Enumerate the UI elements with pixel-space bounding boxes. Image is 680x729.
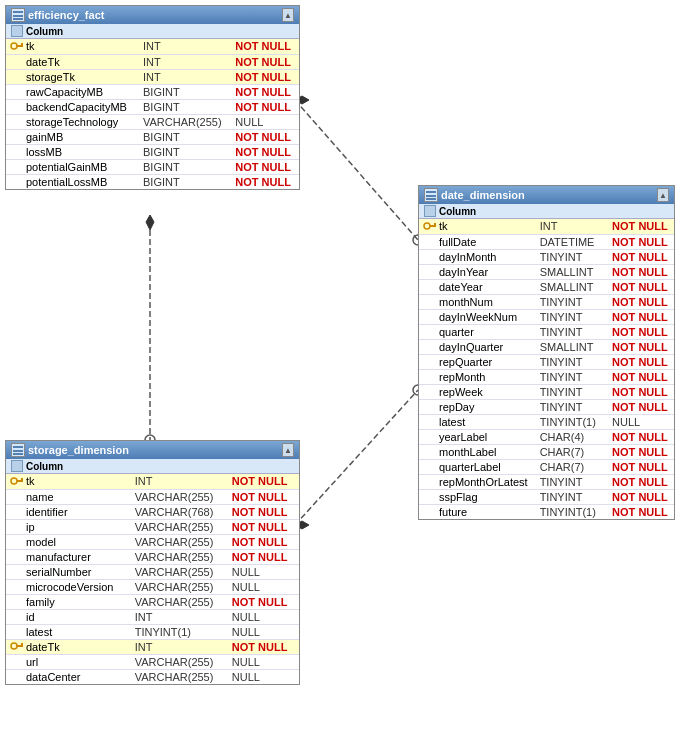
col-name-cell: gainMB <box>6 129 139 144</box>
col-null-cell: NOT NULL <box>231 69 299 84</box>
table-row: repWeekTINYINTNOT NULL <box>419 384 674 399</box>
col-type-cell: INT <box>139 54 231 69</box>
col-name-cell: storageTk <box>6 69 139 84</box>
col-null-cell: NOT NULL <box>608 444 674 459</box>
col-null-cell: NULL <box>228 564 299 579</box>
col-name-cell: dateTk <box>6 639 131 655</box>
col-type-cell: INT <box>131 474 228 489</box>
col-null-cell: NULL <box>228 655 299 670</box>
key-icon <box>10 40 26 52</box>
scroll-btn-date[interactable]: ▲ <box>657 188 669 202</box>
col-name-cell: sspFlag <box>419 489 536 504</box>
col-null-cell: NOT NULL <box>608 354 674 369</box>
table-row: tkINTNOT NULL <box>6 474 299 489</box>
table-header-date[interactable]: date_dimension ▲ <box>419 186 674 204</box>
col-name-cell: dataCenter <box>6 670 131 685</box>
table-row: latestTINYINT(1)NULL <box>419 414 674 429</box>
table-row: repMonthOrLatestTINYINTNOT NULL <box>419 474 674 489</box>
svg-point-17 <box>11 478 17 484</box>
col-name-cell: potentialGainMB <box>6 159 139 174</box>
svg-point-13 <box>424 223 430 229</box>
col-null-cell: NOT NULL <box>231 99 299 114</box>
col-null-cell: NOT NULL <box>228 594 299 609</box>
col-name-cell: dayInQuarter <box>419 339 536 354</box>
table-header-storage[interactable]: storage_dimension ▲ <box>6 441 299 459</box>
col-type-cell: INT <box>139 69 231 84</box>
svg-point-9 <box>11 43 17 49</box>
table-row: dayInWeekNumTINYINTNOT NULL <box>419 309 674 324</box>
col-type-cell: TINYINT <box>536 324 608 339</box>
col-name-cell: id <box>6 609 131 624</box>
table-icon-efficiency <box>11 8 25 22</box>
table-row: futureTINYINT(1)NOT NULL <box>419 504 674 519</box>
svg-rect-11 <box>21 43 23 45</box>
table-icon-date <box>424 188 438 202</box>
table-icon-storage <box>11 443 25 457</box>
rows-date: tkINTNOT NULLfullDateDATETIMENOT NULLday… <box>419 219 674 519</box>
col-type-cell: SMALLINT <box>536 339 608 354</box>
scroll-btn-efficiency[interactable]: ▲ <box>282 8 294 22</box>
col-name-cell: potentialLossMB <box>6 174 139 189</box>
col-subheader-date: Column <box>419 204 674 219</box>
col-null-cell: NULL <box>228 579 299 594</box>
table-row: identifierVARCHAR(768)NOT NULL <box>6 504 299 519</box>
col-label-storage: Column <box>26 461 63 472</box>
col-null-cell: NOT NULL <box>608 219 674 234</box>
col-type-cell: SMALLINT <box>536 279 608 294</box>
table-row: dayInQuarterSMALLINTNOT NULL <box>419 339 674 354</box>
col-name-cell: tk <box>6 474 131 489</box>
col-name-cell: url <box>6 655 131 670</box>
table-date-dimension: date_dimension ▲ Column tkINTNOT NULLful… <box>418 185 675 520</box>
col-type-cell: TINYINT <box>536 354 608 369</box>
table-row: rawCapacityMBBIGINTNOT NULL <box>6 84 299 99</box>
col-null-cell: NOT NULL <box>228 639 299 655</box>
col-name-cell: quarterLabel <box>419 459 536 474</box>
col-type-cell: BIGINT <box>139 129 231 144</box>
col-type-cell: VARCHAR(255) <box>131 670 228 685</box>
col-null-cell: NULL <box>231 114 299 129</box>
key-icon <box>10 475 26 487</box>
col-name-cell: dayInWeekNum <box>419 309 536 324</box>
col-name-cell: monthNum <box>419 294 536 309</box>
table-row: dataCenterVARCHAR(255)NULL <box>6 670 299 685</box>
col-name-cell: backendCapacityMB <box>6 99 139 114</box>
col-type-cell: VARCHAR(255) <box>131 489 228 504</box>
col-name-cell: dayInYear <box>419 264 536 279</box>
table-efficiency-fact: efficiency_fact ▲ Column tkINTNOT NULLda… <box>5 5 300 190</box>
col-null-cell: NOT NULL <box>228 504 299 519</box>
table-header-efficiency-fact[interactable]: efficiency_fact ▲ <box>6 6 299 24</box>
col-name-cell: family <box>6 594 131 609</box>
col-type-cell: BIGINT <box>139 144 231 159</box>
col-name-cell: storageTechnology <box>6 114 139 129</box>
col-null-cell: NOT NULL <box>231 84 299 99</box>
col-name-cell: tk <box>6 39 139 54</box>
table-row: repDayTINYINTNOT NULL <box>419 399 674 414</box>
col-type-cell: VARCHAR(255) <box>131 519 228 534</box>
col-null-cell: NULL <box>608 414 674 429</box>
table-title-storage: storage_dimension <box>28 444 129 456</box>
diagram-canvas: efficiency_fact ▲ Column tkINTNOT NULLda… <box>0 0 680 729</box>
col-name-cell: serialNumber <box>6 564 131 579</box>
table-row: fullDateDATETIMENOT NULL <box>419 234 674 249</box>
col-type-cell: VARCHAR(255) <box>131 594 228 609</box>
col-null-cell: NULL <box>228 624 299 639</box>
col-null-cell: NOT NULL <box>228 519 299 534</box>
col-type-cell: CHAR(7) <box>536 459 608 474</box>
table-title-efficiency: efficiency_fact <box>28 9 104 21</box>
svg-rect-23 <box>21 643 23 645</box>
svg-rect-20 <box>19 480 21 482</box>
table-row: monthNumTINYINTNOT NULL <box>419 294 674 309</box>
col-name-cell: latest <box>419 414 536 429</box>
table-row: tkINTNOT NULL <box>6 39 299 54</box>
col-null-cell: NOT NULL <box>608 504 674 519</box>
col-name-cell: rawCapacityMB <box>6 84 139 99</box>
svg-rect-19 <box>21 478 23 480</box>
table-storage-dimension: storage_dimension ▲ Column tkINTNOT NULL… <box>5 440 300 685</box>
col-null-cell: NOT NULL <box>608 369 674 384</box>
table-row: sspFlagTINYINTNOT NULL <box>419 489 674 504</box>
scroll-btn-storage[interactable]: ▲ <box>282 443 294 457</box>
col-type-cell: VARCHAR(768) <box>131 504 228 519</box>
table-row: gainMBBIGINTNOT NULL <box>6 129 299 144</box>
col-name-cell: dateYear <box>419 279 536 294</box>
col-null-cell: NOT NULL <box>608 489 674 504</box>
